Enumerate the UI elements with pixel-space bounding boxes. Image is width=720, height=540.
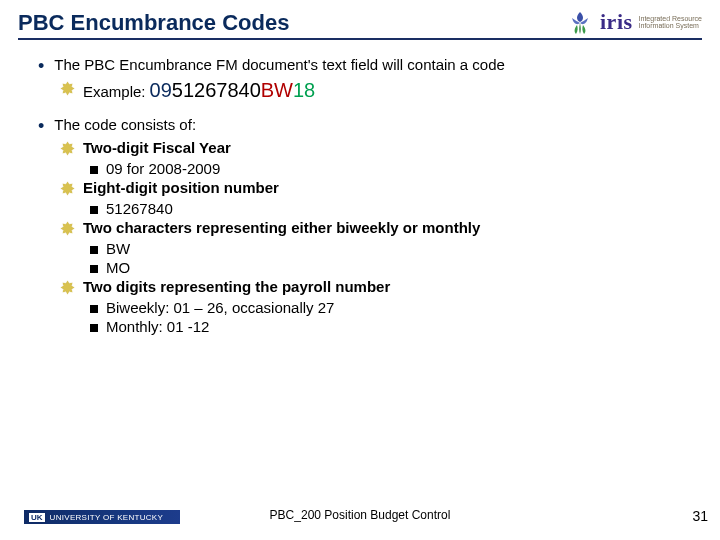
star-bullet-icon: ✸ <box>60 180 75 198</box>
example-label: Example: <box>83 83 146 100</box>
brand-name: iris <box>600 9 633 35</box>
square-bullet-icon <box>90 305 98 313</box>
square-item-text: Biweekly: 01 – 26, occasionally 27 <box>106 299 334 316</box>
star-item-3-label: Two digits representing the payroll numb… <box>83 278 390 295</box>
bullet-dot-icon: • <box>38 117 44 135</box>
square-item-text: MO <box>106 259 130 276</box>
page-title: PBC Encumbrance Codes <box>18 10 289 38</box>
star-item-3: ✸ Two digits representing the payroll nu… <box>60 278 702 297</box>
square-item: Biweekly: 01 – 26, occasionally 27 <box>90 299 702 316</box>
example-line: Example: 0951267840BW18 <box>83 79 315 102</box>
star-bullet-icon: ✸ <box>60 279 75 297</box>
star-item-0-label: Two-digit Fiscal Year <box>83 139 231 156</box>
bullet-dot-icon: • <box>38 57 44 75</box>
bullet-1: • The PBC Encumbrance FM document's text… <box>38 56 702 75</box>
code-payroll: 18 <box>293 79 315 101</box>
square-item: 51267840 <box>90 200 702 217</box>
star-bullet-icon: ✸ <box>60 220 75 238</box>
code-position: 51267840 <box>172 79 261 101</box>
square-item: 09 for 2008-2009 <box>90 160 702 177</box>
brand-logo: iris Integrated Resource Information Sys… <box>566 8 702 38</box>
square-item: Monthly: 01 -12 <box>90 318 702 335</box>
code-fiscal-year: 09 <box>150 79 172 101</box>
bullet-1-text: The PBC Encumbrance FM document's text f… <box>54 56 702 73</box>
bullet-2: • The code consists of: <box>38 116 702 135</box>
square-item-text: 09 for 2008-2009 <box>106 160 220 177</box>
page-number: 31 <box>692 508 708 524</box>
star-item-1: ✸ Eight-digit position number <box>60 179 702 198</box>
star-item-2: ✸ Two characters representing either biw… <box>60 219 702 238</box>
square-item-text: 51267840 <box>106 200 173 217</box>
square-bullet-icon <box>90 324 98 332</box>
square-item-text: BW <box>106 240 130 257</box>
iris-flower-icon <box>566 8 594 36</box>
square-bullet-icon <box>90 206 98 214</box>
square-bullet-icon <box>90 265 98 273</box>
slide-content: • The PBC Encumbrance FM document's text… <box>0 40 720 335</box>
square-bullet-icon <box>90 166 98 174</box>
star-bullet-icon: ✸ <box>60 80 75 98</box>
example-code: 0951267840BW18 <box>150 79 316 102</box>
code-frequency: BW <box>261 79 293 101</box>
slide-footer: UK UNIVERSITY OF KENTUCKY PBC_200 Positi… <box>0 504 720 532</box>
footer-center-text: PBC_200 Position Budget Control <box>0 508 720 522</box>
square-item: MO <box>90 259 702 276</box>
star-item-0: ✸ Two-digit Fiscal Year <box>60 139 702 158</box>
square-item-text: Monthly: 01 -12 <box>106 318 209 335</box>
example-row: ✸ Example: 0951267840BW18 <box>60 79 702 102</box>
star-item-2-label: Two characters representing either biwee… <box>83 219 480 236</box>
star-item-1-label: Eight-digit position number <box>83 179 279 196</box>
bullet-2-text: The code consists of: <box>54 116 702 133</box>
brand-tagline: Integrated Resource Information System <box>639 15 702 30</box>
square-item: BW <box>90 240 702 257</box>
star-bullet-icon: ✸ <box>60 140 75 158</box>
square-bullet-icon <box>90 246 98 254</box>
